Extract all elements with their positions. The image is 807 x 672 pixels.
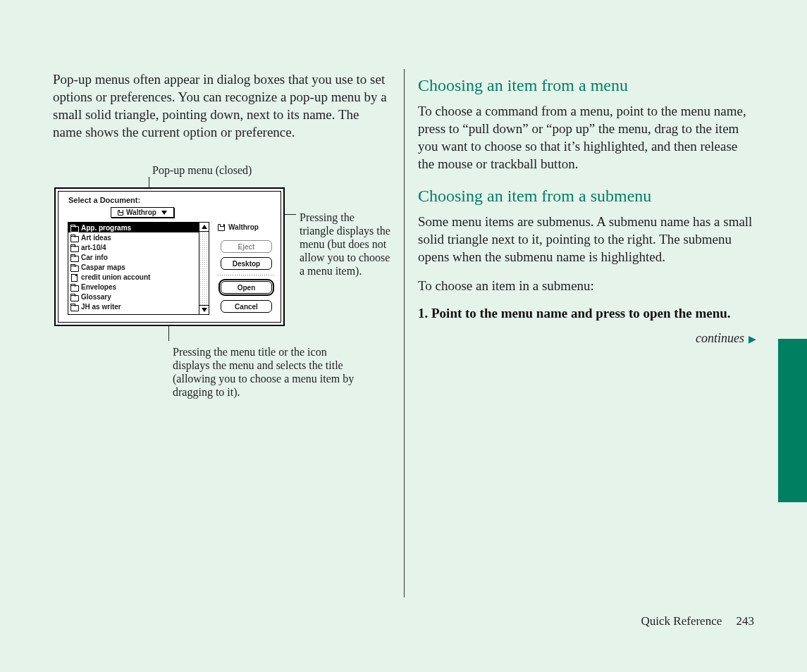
button-divider [218, 275, 274, 275]
page-edge-tab [778, 339, 807, 502]
folder-icon [70, 264, 78, 270]
list-item[interactable]: Envelopes [68, 282, 199, 292]
callout-menu-title: Pressing the menu title or the icon disp… [173, 345, 363, 399]
paragraph-submenu-description: Some menu items are submenus. A submenu … [418, 213, 756, 266]
list-item-label: JH as writer [81, 303, 121, 311]
heading-choosing-item-submenu: Choosing an item from a submenu [418, 187, 756, 206]
step-1: 1. Point to the menu name and press to o… [418, 306, 756, 321]
list-item[interactable]: JH as writer [68, 301, 199, 311]
scroll-track[interactable] [199, 232, 209, 305]
folder-icon [70, 235, 78, 241]
folder-icon [70, 225, 78, 231]
list-item-label: art-10/4 [81, 244, 106, 251]
heading-choosing-item-menu: Choosing an item from a menu [418, 76, 756, 95]
folder-icon [70, 254, 78, 261]
chevron-down-icon [161, 211, 167, 215]
callout-triangle: Pressing the triangle displays the menu … [300, 211, 391, 278]
select-document-dialog: Select a Document: Walthrop App. program… [54, 187, 285, 326]
paragraph-choose-command: To choose a command from a menu, point t… [418, 102, 756, 173]
desktop-button[interactable]: Desktop [221, 257, 272, 270]
document-listbox[interactable]: App. programsArt ideasart-10/4Car infoCa… [68, 222, 209, 315]
footer-page-number: 243 [737, 614, 755, 628]
list-item-label: App. programs [81, 224, 131, 232]
list-item[interactable]: art-10/4 [68, 242, 199, 252]
list-item[interactable]: Car info [68, 252, 199, 262]
document-icon [70, 274, 78, 280]
triangle-right-icon: ▶ [749, 334, 756, 344]
intro-paragraph: Pop-up menus often appear in dialog boxe… [53, 70, 388, 141]
paragraph-submenu-intro: To choose an item in a submenu: [418, 277, 756, 294]
list-item[interactable]: App. programs [68, 223, 199, 232]
list-item[interactable]: credit union account [68, 272, 199, 282]
open-button[interactable]: Open [221, 281, 272, 294]
callout-popup-closed: Pop-up menu (closed) [152, 163, 252, 177]
popup-menu-diagram: Pop-up menu (closed) Pressing the triang… [53, 169, 388, 409]
list-item-label: Envelopes [81, 283, 116, 291]
page-footer: Quick Reference 243 [641, 614, 754, 628]
popup-value: Walthrop [126, 209, 156, 216]
cancel-button[interactable]: Cancel [221, 300, 272, 313]
list-item[interactable]: Glossary [68, 292, 199, 301]
footer-section: Quick Reference [641, 614, 722, 628]
scroll-up-arrow[interactable] [199, 223, 209, 232]
list-item-label: Glossary [81, 293, 111, 301]
list-item-label: Art ideas [81, 234, 111, 242]
column-divider [404, 69, 405, 597]
list-item-label: Car info [81, 254, 108, 261]
listbox-scrollbar[interactable] [199, 223, 209, 314]
popup-menu-closed[interactable]: Walthrop [111, 207, 174, 218]
folder-icon [70, 304, 78, 310]
folder-icon [70, 294, 78, 300]
dialog-title: Select a Document: [68, 196, 140, 204]
list-item-label: credit union account [81, 273, 150, 281]
list-item-label: Caspar maps [81, 263, 125, 271]
disk-label: Walthrop [218, 223, 259, 231]
eject-button: Eject [221, 240, 272, 253]
scroll-down-arrow[interactable] [199, 305, 209, 314]
continues-indicator: continues▶ [418, 331, 756, 346]
folder-icon [70, 284, 78, 290]
folder-icon [70, 244, 78, 251]
list-item[interactable]: Art ideas [68, 232, 199, 242]
list-item[interactable]: Caspar maps [68, 262, 199, 272]
disk-icon [218, 224, 225, 231]
disk-icon [118, 210, 123, 216]
